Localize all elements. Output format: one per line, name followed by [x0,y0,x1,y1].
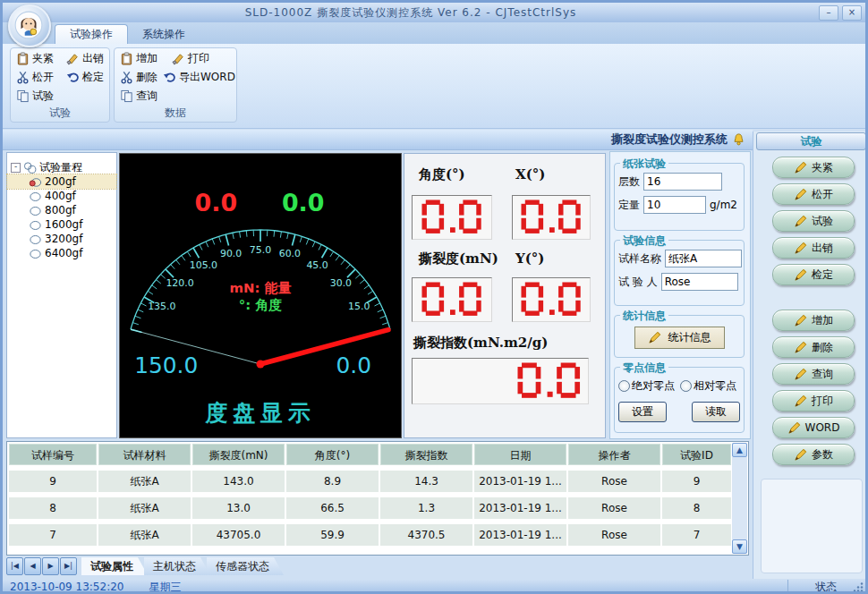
nav-next-button[interactable]: ▶ [42,557,59,575]
table-row[interactable]: 9纸张A 143.08.9 14.32013-01-19 1... Rose9 [9,471,731,492]
test-button[interactable]: 试验 [14,88,55,105]
basis-weight-field[interactable] [643,196,706,214]
operator-label: 试 验 人 [618,275,658,290]
tree-item-800gf[interactable]: 800gf [7,203,116,217]
undo-icon [66,71,80,84]
scroll-down-button[interactable]: ▼ [732,539,747,554]
statistics-group-title: 统计信息 [620,309,668,324]
svg-text:75.0: 75.0 [250,244,271,256]
ribbon: 夹紧 出销 松开 检定 试验 试验 增加 打印 删除 导出WORD 查询 [3,44,865,129]
sidebar-query-button[interactable]: 查询 [772,363,855,385]
sidebar-word-button[interactable]: WORD [772,417,855,438]
quick-actions-sidebar: 试验 夹紧 松开 试验 出销 检定 增加 删除 查询 打印 WORD 参数 [753,132,868,579]
test-info-group-title: 试验信息 [620,233,668,249]
paper-test-group-title: 纸张试验 [620,157,668,172]
layers-field[interactable] [643,173,722,191]
sidebar-clamp-button[interactable]: 夹紧 [772,157,855,178]
sample-name-field[interactable] [665,250,742,267]
add-button[interactable]: 增加 [118,50,168,67]
tree-root-label: 试验量程 [39,160,82,175]
banner-strip: 撕裂度试验仪测控系统 [3,130,753,150]
col-sample-no: 试样编号 [9,444,97,465]
tree-item-6400gf[interactable]: 6400gf [7,246,116,260]
sidebar-verify-button[interactable]: 检定 [772,264,855,285]
statistics-button[interactable]: 统计信息 [634,327,725,349]
tab-host-status[interactable]: 主机状态 [144,557,210,575]
sidebar-params-button[interactable]: 参数 [772,444,855,465]
pen-icon [794,314,807,327]
bottom-tab-bar: |◀ ◀ ▶ ▶| 试验属性 主机状态 传感器状态 [3,557,753,580]
tab-test-operation[interactable]: 试验操作 [55,24,128,44]
clamp-button[interactable]: 夹紧 [14,50,63,67]
minimize-button[interactable]: – [819,5,838,21]
ribbon-group-data-label: 数据 [115,106,236,121]
svg-text:mN: 能量: mN: 能量 [230,280,292,296]
sphere-icon [29,190,42,203]
angle-display-label: 角度(°) [419,166,465,183]
tree-expander-icon[interactable]: - [11,163,21,173]
scroll-up-button[interactable]: ▲ [732,443,747,457]
sidebar-test-button[interactable]: 试验 [772,210,855,232]
svg-text:60.0: 60.0 [279,248,301,259]
statistics-group: 统计信息 统计信息 [614,315,745,358]
bell-icon[interactable] [732,132,745,147]
svg-text:15.0: 15.0 [348,301,370,312]
export-word-button[interactable]: 导出WORD [161,69,237,86]
sidebar-eject-button[interactable]: 出销 [772,237,855,259]
table-row[interactable]: 7纸张A 43705.059.9 4370.52013-01-19 1... R… [9,524,731,546]
delete-button[interactable]: 删除 [118,69,159,86]
tree-item-200gf[interactable]: 200gf [7,174,116,189]
nav-prev-button[interactable]: ◀ [24,557,41,575]
copy-icon [120,89,133,103]
title-bar: SLD-1000Z 撕裂度试验仪测控系统 Ver 6.2 - CJTestCtr… [3,3,865,22]
nav-first-button[interactable]: |◀ [6,557,23,575]
eject-button[interactable]: 出销 [64,50,106,67]
range-tree: - 试验量程 200gf 400gf 800gf 1600gf 3200gf 6… [6,152,117,438]
status-label: 状态 [787,580,853,594]
tree-item-1600gf[interactable]: 1600gf [7,217,116,232]
tree-item-3200gf[interactable]: 3200gf [7,232,116,246]
svg-text:30.0: 30.0 [330,277,352,289]
close-button[interactable]: × [842,5,862,21]
pen-icon [648,331,661,344]
dial-gauge: 15.030.045.060.075.090.0105.0120.0135.01… [120,154,401,441]
pen-icon [794,368,807,381]
svg-text:45.0: 45.0 [306,259,328,271]
pen-icon [794,448,807,462]
col-date: 日期 [474,444,566,465]
dial-gauge-panel: 15.030.045.060.075.090.0105.0120.0135.01… [119,153,402,438]
col-test-id: 试验ID [662,444,731,465]
avatar-icon [13,10,44,40]
tree-root-test-range[interactable]: - 试验量程 [7,160,116,174]
absolute-zero-radio[interactable] [618,380,630,392]
verify-button[interactable]: 检定 [64,69,106,86]
tab-system-operation[interactable]: 系统操作 [128,25,200,44]
resize-grip[interactable] [853,581,864,592]
sidebar-add-button[interactable]: 增加 [772,310,855,331]
query-button[interactable]: 查询 [118,88,159,105]
tab-sensor-status[interactable]: 传感器状态 [207,557,284,575]
read-zero-button[interactable]: 读取 [692,402,740,422]
pen-icon [794,268,807,282]
tree-item-400gf[interactable]: 400gf [7,189,116,203]
sidebar-header: 试验 [756,132,866,150]
print-button[interactable]: 打印 [170,50,211,67]
sidebar-delete-button[interactable]: 删除 [772,336,855,358]
relative-zero-radio[interactable] [680,380,692,392]
svg-text:0.0: 0.0 [282,189,325,216]
nav-last-button[interactable]: ▶| [60,557,77,575]
status-bar: 2013-10-09 13:52:20 星期三 状态 [3,580,865,594]
clipboard-icon [16,52,30,65]
operator-field[interactable] [661,273,738,291]
svg-text:150.0: 150.0 [134,352,198,378]
table-scrollbar[interactable]: ▲ ▼ [732,443,747,554]
tab-test-properties[interactable]: 试验属性 [81,557,148,575]
sidebar-release-button[interactable]: 松开 [772,183,855,205]
pen-icon [794,341,807,354]
zero-point-group-title: 零点信息 [620,361,668,376]
app-menu-orb[interactable] [8,4,51,47]
table-row[interactable]: 8纸张A 13.066.5 1.32013-01-19 1... Rose8 [9,497,731,519]
release-button[interactable]: 松开 [14,69,63,86]
sidebar-print-button[interactable]: 打印 [772,390,855,412]
set-zero-button[interactable]: 设置 [618,402,667,422]
